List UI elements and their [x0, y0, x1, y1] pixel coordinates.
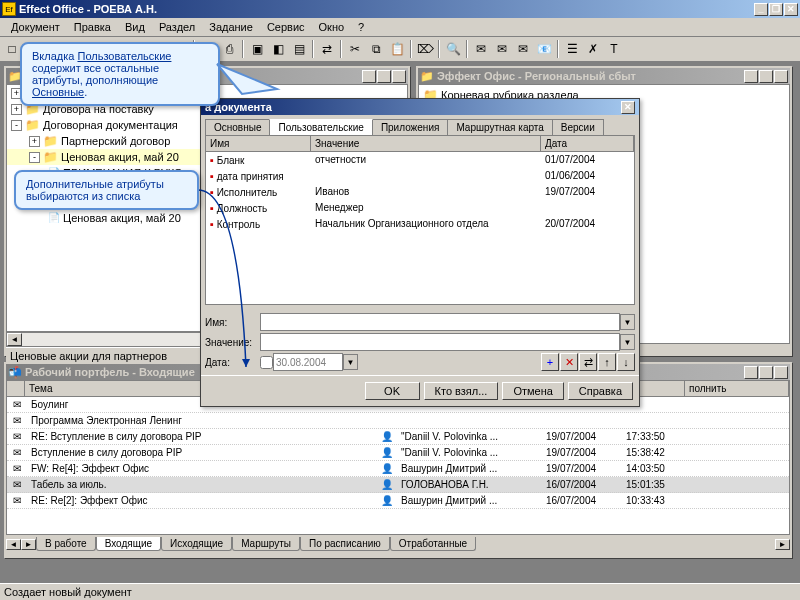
workspace: 📁 ''Эффект Офис'' _ □ ✕ +📁Дистрибутив 2.… — [0, 62, 800, 600]
portfolio-tab[interactable]: Входящие — [96, 537, 161, 551]
attribute-row[interactable]: ▪ Бланкотчетности01/07/2004 — [206, 152, 634, 168]
name-input[interactable] — [260, 313, 620, 331]
menu-окно[interactable]: Окно — [312, 19, 352, 35]
name-dropdown-button[interactable]: ▼ — [620, 314, 635, 330]
menu-сервис[interactable]: Сервис — [260, 19, 312, 35]
attribute-row[interactable]: ▪ дата принятия01/06/2004 — [206, 168, 634, 184]
menu-вид[interactable]: Вид — [118, 19, 152, 35]
regional-window-title: 📁 Эффект Офис - Региональный сбыт _ □ ✕ — [418, 68, 790, 84]
dialog-close-button[interactable]: ✕ — [621, 101, 635, 114]
value-input[interactable] — [260, 333, 620, 351]
dialog-button-[interactable]: Справка — [568, 382, 633, 400]
portfolio-tab[interactable]: Маршруты — [232, 537, 300, 551]
tooltip-tabs: Вкладка Пользовательские содержит все ос… — [20, 42, 220, 106]
portfolio-tab[interactable]: По расписанию — [300, 537, 390, 551]
mdi-close-button[interactable]: ✕ — [774, 70, 788, 83]
attribute-list[interactable]: Имя Значение Дата ▪ Бланкотчетности01/07… — [205, 135, 635, 305]
dialog-button-ok[interactable]: OK — [365, 382, 420, 400]
portfolio-row[interactable]: ✉RE: Вступление в силу договора PIP👤"Dan… — [7, 429, 789, 445]
toolbar-button[interactable]: ⌦ — [415, 39, 435, 59]
attr-action-button[interactable]: ↑ — [598, 353, 616, 371]
portfolio-row[interactable]: ✉Вступление в силу договора PIP👤"Daniil … — [7, 445, 789, 461]
maximize-button[interactable]: ❐ — [769, 3, 783, 16]
portfolio-row[interactable]: ✉Программа Электронная Ленинг — [7, 413, 789, 429]
close-button[interactable]: ✕ — [784, 3, 798, 16]
menu-правка[interactable]: Правка — [67, 19, 118, 35]
toolbar-button[interactable]: ▣ — [247, 39, 267, 59]
date-label: Дата: — [205, 357, 260, 368]
tooltip-link-user[interactable]: Пользовательские — [77, 50, 171, 62]
toolbar-button[interactable]: 📋 — [387, 39, 407, 59]
minimize-button[interactable]: _ — [754, 3, 768, 16]
portfolio-tabstrip: ◄ ► В работеВходящиеИсходящиеМаршрутыПо … — [6, 535, 790, 553]
mdi-maximize-button[interactable]: □ — [759, 70, 773, 83]
dialog-tab[interactable]: Версии — [552, 119, 604, 135]
dialog-tab[interactable]: Приложения — [372, 119, 449, 135]
attr-action-button[interactable]: + — [541, 353, 559, 371]
app-icon: Ef — [2, 2, 16, 16]
mdi-minimize-button[interactable]: _ — [744, 366, 758, 379]
toolbar-button[interactable]: ⎙ — [219, 39, 239, 59]
toolbar-button[interactable]: ✂ — [345, 39, 365, 59]
scroll-right-button[interactable]: ► — [775, 539, 790, 550]
tab-scroll-right[interactable]: ► — [21, 539, 36, 550]
value-dropdown-button[interactable]: ▼ — [620, 334, 635, 350]
dialog-tab[interactable]: Основные — [205, 119, 270, 135]
toolbar-button[interactable]: ✉ — [492, 39, 512, 59]
dialog-button-[interactable]: Отмена — [502, 382, 563, 400]
menu-?[interactable]: ? — [351, 19, 371, 35]
toolbar-button[interactable]: ✉ — [513, 39, 533, 59]
portfolio-row[interactable]: ✉RE: Re[2]: Эффект Офис👤Вашурин Дмитрий … — [7, 493, 789, 509]
scroll-left-button[interactable]: ◄ — [7, 333, 22, 346]
portfolio-row[interactable]: ✉FW: Re[4]: Эффект Офис👤Вашурин Дмитрий … — [7, 461, 789, 477]
mdi-close-button[interactable]: ✕ — [392, 70, 406, 83]
portfolio-tab[interactable]: В работе — [36, 537, 96, 551]
toolbar-button[interactable]: 🔍 — [443, 39, 463, 59]
toolbar-button[interactable]: ▤ — [289, 39, 309, 59]
name-label: Имя: — [205, 317, 260, 328]
statusbar: Создает новый документ — [0, 583, 800, 600]
menu-раздел[interactable]: Раздел — [152, 19, 202, 35]
portfolio-row[interactable]: ✉Табель за июль.👤ГОЛОВАНОВА Г.Н.16/07/20… — [7, 477, 789, 493]
toolbar-button[interactable]: ⇄ — [317, 39, 337, 59]
toolbar-button[interactable]: 📧 — [534, 39, 554, 59]
menu-документ[interactable]: Документ — [4, 19, 67, 35]
dialog-button-[interactable]: Кто взял... — [424, 382, 499, 400]
mdi-minimize-button[interactable]: _ — [362, 70, 376, 83]
attribute-row[interactable]: ▪ ИсполнительИванов19/07/2004 — [206, 184, 634, 200]
attr-action-button[interactable]: ↓ — [617, 353, 635, 371]
portfolio-tab[interactable]: Отработанные — [390, 537, 476, 551]
portfolio-tab[interactable]: Исходящие — [161, 537, 232, 551]
date-checkbox[interactable] — [260, 356, 273, 369]
toolbar-button[interactable]: □ — [2, 39, 22, 59]
mdi-minimize-button[interactable]: _ — [744, 70, 758, 83]
tooltip-link-main[interactable]: Основные — [32, 86, 84, 98]
name-row: Имя: ▼ — [205, 313, 635, 331]
properties-dialog: а документа ✕ ОсновныеПользовательскиеПр… — [200, 98, 640, 407]
date-dropdown-button[interactable]: ▼ — [343, 354, 358, 370]
toolbar-button[interactable]: ☰ — [562, 39, 582, 59]
menu-задание[interactable]: Задание — [202, 19, 260, 35]
toolbar-button[interactable]: ✉ — [471, 39, 491, 59]
toolbar-button[interactable]: T — [604, 39, 624, 59]
tab-scroll-left[interactable]: ◄ — [6, 539, 21, 550]
attribute-row[interactable]: ▪ КонтрольНачальник Организационного отд… — [206, 216, 634, 232]
dialog-tabs: ОсновныеПользовательскиеПриложенияМаршру… — [205, 119, 635, 135]
attr-action-button[interactable]: ⇄ — [579, 353, 597, 371]
mdi-close-button[interactable]: ✕ — [774, 366, 788, 379]
date-row: Дата: 30.08.2004 ▼ +✕⇄↑↓ — [205, 353, 635, 371]
value-label: Значение: — [205, 337, 260, 348]
app-titlebar: Ef Effect Office - РОЕВА А.Н. _ ❐ ✕ — [0, 0, 800, 18]
attribute-row[interactable]: ▪ ДолжностьМенеджер — [206, 200, 634, 216]
attr-action-button[interactable]: ✕ — [560, 353, 578, 371]
value-row: Значение: ▼ — [205, 333, 635, 351]
dialog-tab[interactable]: Пользовательские — [269, 119, 372, 135]
dialog-tab[interactable]: Маршрутная карта — [447, 119, 552, 135]
mdi-maximize-button[interactable]: □ — [759, 366, 773, 379]
toolbar-button[interactable]: ◧ — [268, 39, 288, 59]
toolbar-button[interactable]: ⧉ — [366, 39, 386, 59]
date-input[interactable]: 30.08.2004 — [273, 353, 343, 371]
dialog-button-row: OKКто взял...ОтменаСправка — [201, 375, 639, 406]
toolbar-button[interactable]: ✗ — [583, 39, 603, 59]
mdi-maximize-button[interactable]: □ — [377, 70, 391, 83]
